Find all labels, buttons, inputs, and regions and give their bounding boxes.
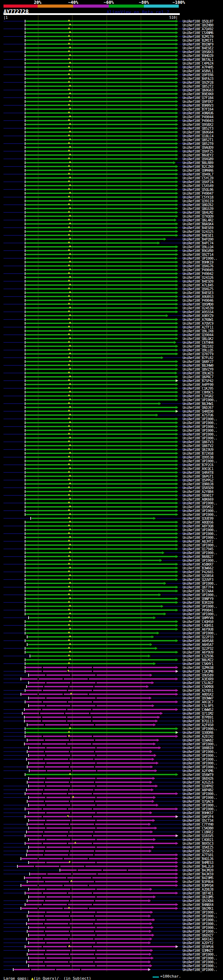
alignment-bar[interactable] [26,116,176,118]
hit-label[interactable]: UniRef100_Q8T4E1 [183,892,213,895]
hit-label[interactable]: UniRef100_Q9SBX3 [183,51,213,54]
hit-label[interactable]: UniRef100_Q0DZ62 [183,204,213,207]
hit-label[interactable]: UniRef100_A6Y9U8 [183,628,213,631]
hit-label[interactable]: UniRef100_Q6EHZ7 [183,934,213,937]
alignment-bar[interactable] [26,407,176,408]
alignment-bar[interactable] [30,770,155,772]
alignment-bar[interactable] [26,843,176,844]
alignment-bar[interactable] [26,613,164,615]
alignment-bar[interactable] [26,304,176,305]
hit-label[interactable]: UniRef100_Q55R75 [183,850,213,853]
alignment-bar[interactable] [26,495,176,496]
hit-label[interactable]: UniRef100_Q9R0J8 [183,482,213,486]
hit-label[interactable]: UniRef100_UPI000.. [183,528,217,532]
alignment-bar[interactable] [28,900,148,901]
alignment-bar[interactable] [26,410,176,412]
hit-label[interactable]: UniRef100_C4WW52 [183,708,213,712]
alignment-bar[interactable] [27,686,146,687]
alignment-bar[interactable] [26,120,176,121]
hit-label[interactable]: UniRef100_A7TS01 [183,853,213,857]
alignment-bar[interactable] [26,525,176,527]
hit-label[interactable]: UniRef100_UPI000.. [183,808,217,811]
hit-label[interactable]: UniRef100_A0CQC7 [183,700,213,704]
hit-label[interactable]: UniRef100_UPI000.. [183,536,217,539]
hit-label[interactable]: UniRef100_P49045 [183,268,213,272]
hit-label[interactable]: UniRef100_Q852T3 [183,127,213,130]
alignment-bar[interactable] [26,78,176,79]
hit-label[interactable]: UniRef100_Q8LGK2 [183,337,213,341]
alignment-bar[interactable] [26,548,176,550]
alignment-bar[interactable] [26,101,176,102]
hit-label[interactable]: UniRef100_B8LRB9 [183,161,213,165]
hit-label[interactable]: UniRef100_Q16SV5 [183,834,213,838]
hit-label[interactable]: UniRef100_A7L845 [183,284,213,287]
alignment-bar[interactable] [26,55,176,56]
hit-label[interactable]: UniRef100_P49042 [183,272,213,276]
alignment-bar[interactable] [29,785,156,787]
hit-label[interactable]: UniRef100_C5KDB0 [183,827,213,830]
hit-label[interactable]: UniRef100_UPI000.. [183,750,217,754]
hit-label[interactable]: UniRef100_Q9LLQ4 [183,245,213,249]
hit-label[interactable]: UniRef100_UPI000.. [183,425,217,429]
hit-label[interactable]: UniRef100_UPI000.. [183,964,217,968]
alignment-bar[interactable] [26,311,176,313]
hit-label[interactable]: UniRef100_UPI000.. [183,918,217,922]
hit-label[interactable]: UniRef100_UPI000.. [183,758,217,761]
hit-label[interactable]: UniRef100_B4FC74 [183,242,213,245]
hit-label[interactable]: UniRef100_UPI000.. [183,513,217,517]
alignment-bar[interactable] [26,441,176,442]
alignment-bar[interactable] [26,200,176,202]
hit-label[interactable]: UniRef100_Q9U589 [183,674,213,677]
alignment-bar[interactable] [23,713,160,714]
hit-label[interactable]: UniRef100_Q22P33 [183,635,213,639]
alignment-bar[interactable] [25,877,176,878]
alignment-bar[interactable] [29,827,155,829]
hit-label[interactable]: UniRef100_C0H9C5 [183,391,213,394]
hit-label[interactable]: UniRef100_C3Z936 [183,655,213,658]
alignment-bar[interactable] [26,602,176,603]
hit-label[interactable]: UniRef100_A6H5A8 [183,639,213,643]
alignment-bar[interactable] [29,912,151,913]
hit-label[interactable]: UniRef100_A6H5A7 [183,643,213,647]
alignment-bar[interactable] [26,498,176,500]
alignment-bar[interactable] [26,476,176,477]
alignment-bar[interactable] [28,824,148,825]
alignment-bar[interactable] [26,438,176,439]
alignment-bar[interactable] [26,563,176,565]
hit-label[interactable]: UniRef100_Q84LM2 [183,211,213,215]
alignment-bar[interactable] [26,62,176,64]
hit-label[interactable]: UniRef100_UPI000.. [183,437,217,440]
alignment-bar[interactable] [26,108,176,110]
alignment-bar[interactable] [26,315,166,317]
alignment-bar[interactable] [26,651,176,653]
alignment-bar[interactable] [29,927,151,928]
alignment-bar[interactable] [29,934,152,936]
hit-label[interactable]: UniRef100_B2CZK0 [183,165,213,169]
hit-label[interactable]: UniRef100_Q6NYJ7 [183,360,213,364]
hit-label[interactable]: UniRef100_Q3UE99 [183,517,213,520]
alignment-bar[interactable] [29,797,153,798]
alignment-bar[interactable] [26,376,176,377]
hit-label[interactable]: UniRef100_UPI000.. [183,762,217,765]
hit-label[interactable]: UniRef100_A7QVC9 [183,322,213,325]
alignment-bar[interactable] [26,552,162,554]
alignment-bar[interactable] [26,97,176,99]
hit-label[interactable]: UniRef100_UPI000.. [183,922,217,926]
alignment-bar[interactable] [26,464,176,466]
hit-label[interactable]: UniRef100_A8P4B2 [183,788,213,792]
hit-label[interactable]: UniRef100_Q9M4R6 [183,169,213,172]
hit-label[interactable]: UniRef100_P49047 [183,192,213,196]
hit-label[interactable]: UniRef100_UPI000.. [183,509,217,513]
hit-label[interactable]: UniRef100_Q711M2 [183,712,213,716]
alignment-bar[interactable] [29,839,153,840]
alignment-bar[interactable] [26,457,176,458]
alignment-bar[interactable] [26,594,159,595]
hit-label[interactable]: UniRef100_A7Q492 [183,27,213,31]
alignment-bar[interactable] [26,158,176,159]
hit-label[interactable]: UniRef100_O24539 [183,307,213,310]
hit-label[interactable]: UniRef100_UPI000.. [183,551,217,555]
hit-label[interactable]: UniRef100_UPI000.. [183,926,217,929]
hit-label[interactable]: UniRef100_B4FQ90 [183,238,213,241]
hit-label[interactable]: UniRef100_A7STU6 [183,414,213,417]
alignment-bar[interactable] [26,835,176,837]
